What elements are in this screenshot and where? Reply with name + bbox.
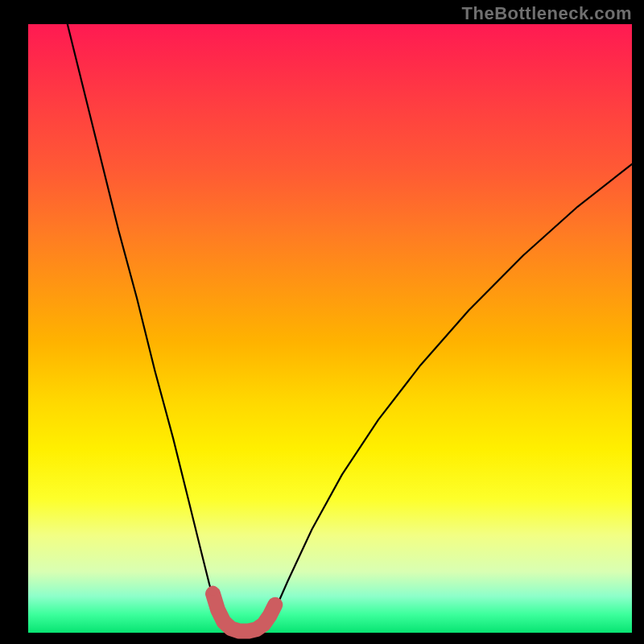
chart-frame: TheBottleneck.com	[0, 0, 644, 644]
bottleneck-curve	[68, 24, 632, 632]
selected-range-stroke	[213, 594, 275, 632]
chart-svg	[0, 0, 644, 644]
selected-range-start-dot	[208, 586, 218, 596]
